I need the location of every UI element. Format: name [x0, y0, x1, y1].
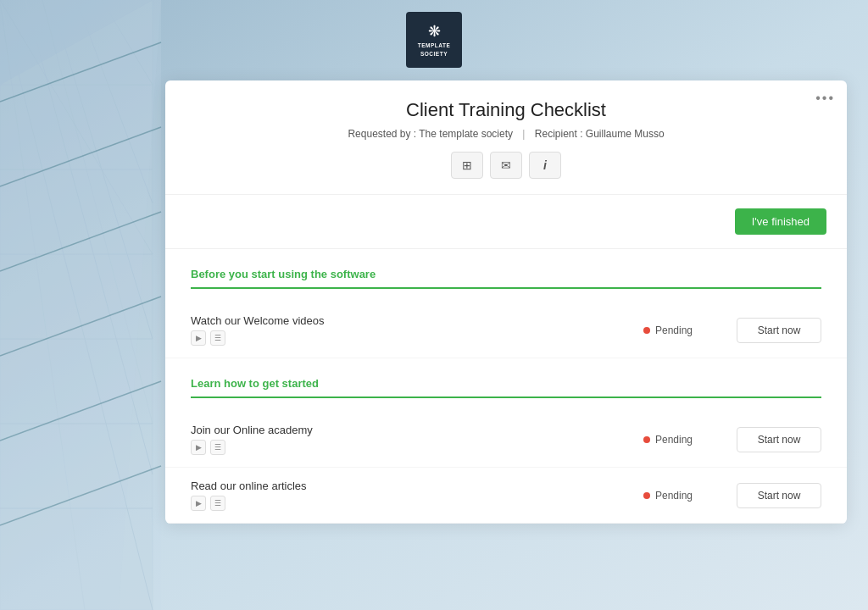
top-action-bar: I've finished: [165, 195, 847, 249]
task-3-start-button[interactable]: Start now: [737, 483, 821, 508]
section-1-divider: [191, 287, 821, 289]
task-1-icons: ▶ ☰: [191, 330, 626, 346]
recipient-label: Recipient :: [535, 128, 583, 140]
task-3-icon-play[interactable]: ▶: [191, 496, 206, 511]
section-2-title: Learn how to get started: [191, 377, 821, 390]
task-1-info: Watch our Welcome videos ▶ ☰: [191, 314, 626, 346]
section-2-divider: [191, 396, 821, 398]
card-header: ••• Client Training Checklist Requested …: [165, 80, 847, 195]
task-2-icons: ▶ ☰: [191, 440, 626, 455]
task-2-status: Pending: [643, 434, 720, 446]
card-actions: ⊞ ✉ i: [191, 152, 821, 179]
task-row: Join our Online academy ▶ ☰ Pending Star…: [165, 412, 847, 468]
task-3-name: Read our online articles: [191, 480, 626, 492]
task-2-icon-doc[interactable]: ☰: [210, 440, 225, 455]
task-row: Watch our Welcome videos ▶ ☰ Pending Sta…: [165, 302, 847, 358]
section-1-title: Before you start using the software: [191, 268, 821, 280]
task-2-name: Join our Online academy: [191, 424, 626, 436]
more-button[interactable]: •••: [815, 91, 835, 106]
task-2-status-dot: [643, 436, 650, 443]
card-title: Client Training Checklist: [191, 99, 821, 121]
card-body: I've finished Before you start using the…: [165, 195, 847, 524]
task-2-start-button[interactable]: Start now: [737, 427, 821, 452]
logo-text-line1: TEMPLATE: [418, 42, 451, 49]
logo-icon: ❋: [428, 22, 441, 41]
task-3-status: Pending: [643, 490, 720, 502]
info-button[interactable]: i: [529, 152, 561, 179]
task-1-name: Watch our Welcome videos: [191, 314, 626, 327]
requested-by-value: The template society: [419, 128, 513, 140]
section-before-start: Before you start using the software: [165, 249, 847, 302]
task-1-icon-play[interactable]: ▶: [191, 330, 206, 346]
finished-button[interactable]: I've finished: [735, 208, 826, 235]
logo-text-line2: SOCIETY: [420, 51, 448, 58]
task-3-status-dot: [643, 492, 650, 499]
task-row: Read our online articles ▶ ☰ Pending Sta…: [165, 468, 847, 524]
task-3-status-label: Pending: [655, 490, 693, 502]
task-1-status-label: Pending: [655, 324, 693, 336]
task-1-status-dot: [643, 327, 650, 334]
email-button[interactable]: ✉: [490, 152, 522, 179]
task-1-start-button[interactable]: Start now: [737, 318, 821, 343]
logo-container: ❋ TEMPLATE SOCIETY: [406, 12, 462, 68]
recipient-value: Guillaume Musso: [586, 128, 665, 140]
task-3-icon-doc[interactable]: ☰: [210, 496, 225, 511]
task-2-status-label: Pending: [655, 434, 693, 446]
task-3-info: Read our online articles ▶ ☰: [191, 480, 626, 511]
meta-separator: |: [522, 128, 525, 140]
task-1-icon-doc[interactable]: ☰: [210, 330, 225, 346]
logo-box: ❋ TEMPLATE SOCIETY: [406, 12, 462, 68]
task-1-status: Pending: [643, 324, 720, 336]
card-meta: Requested by : The template society | Re…: [191, 128, 821, 140]
main-card: ••• Client Training Checklist Requested …: [165, 80, 847, 524]
section-learn-started: Learn how to get started: [165, 358, 847, 412]
task-2-icon-play[interactable]: ▶: [191, 440, 206, 455]
requested-by-label: Requested by :: [348, 128, 416, 140]
grid-view-button[interactable]: ⊞: [451, 152, 483, 179]
task-3-icons: ▶ ☰: [191, 496, 626, 511]
task-2-info: Join our Online academy ▶ ☰: [191, 424, 626, 455]
